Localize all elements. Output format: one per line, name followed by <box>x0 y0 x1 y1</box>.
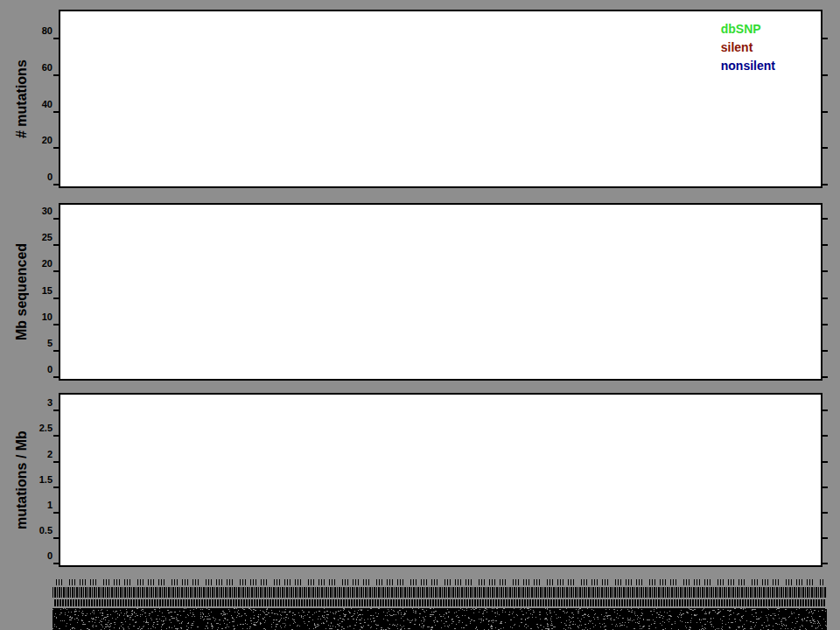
y-tick-mark <box>822 218 828 220</box>
legend: dbSNP silent nonsilent <box>721 22 775 73</box>
y-axis-label-mb-sequenced: Mb sequenced <box>12 203 32 381</box>
legend-item-nonsilent: nonsilent <box>721 59 775 74</box>
y-tick-mark <box>822 435 828 437</box>
y-axis-label-num-mutations: # mutations <box>12 10 32 188</box>
y-tick-mark <box>822 410 828 411</box>
y-tick-mark <box>53 111 59 113</box>
y-tick-mark <box>53 435 59 437</box>
panel-num-mutations: dbSNP silent nonsilent 020406080 <box>59 10 822 188</box>
y-tick-mark <box>53 461 59 463</box>
y-tick-mark <box>822 563 828 564</box>
y-tick-mark <box>822 111 828 113</box>
y-tick-mark <box>53 147 59 149</box>
x-axis-label-row-2 <box>54 599 825 606</box>
mutation-count-bars <box>60 11 821 186</box>
panel-mutations-per-mb: 00.511.522.53 <box>59 393 822 567</box>
y-tick-mark <box>822 537 828 539</box>
y-tick-mark <box>53 563 59 564</box>
y-axis-label-mutations-per-mb: mutations / Mb <box>12 393 32 567</box>
x-axis-tick-marks <box>56 579 823 585</box>
y-tick-mark <box>822 376 828 378</box>
y-tick-mark <box>53 218 59 220</box>
mb-sequenced-bars <box>60 205 821 379</box>
mutation-rate-figure: dbSNP silent nonsilent 020406080 # mutat… <box>0 0 840 630</box>
y-tick-mark <box>53 486 59 488</box>
y-tick-mark <box>822 486 828 488</box>
x-axis-label-row-1 <box>52 587 827 598</box>
y-tick-mark <box>53 537 59 539</box>
y-tick-mark <box>53 270 59 272</box>
legend-item-silent: silent <box>721 40 775 55</box>
y-tick-mark <box>53 350 59 352</box>
x-axis-sample-labels <box>52 577 827 630</box>
y-tick-mark <box>53 184 59 186</box>
y-tick-mark <box>822 350 828 352</box>
y-tick-mark <box>822 512 828 514</box>
legend-item-dbsnp: dbSNP <box>721 22 775 37</box>
y-tick-mark <box>53 298 59 299</box>
y-tick-mark <box>53 244 59 246</box>
y-tick-mark <box>53 376 59 378</box>
y-tick-mark <box>53 38 59 39</box>
y-tick-mark <box>53 74 59 76</box>
y-tick-mark <box>53 410 59 411</box>
panel-mb-sequenced: 051015202530 <box>59 203 822 381</box>
y-tick-mark <box>822 147 828 149</box>
y-tick-mark <box>822 74 828 76</box>
y-tick-mark <box>822 38 828 39</box>
y-tick-mark <box>53 324 59 326</box>
y-tick-mark <box>822 298 828 299</box>
y-tick-mark <box>822 244 828 246</box>
y-tick-mark <box>53 512 59 514</box>
y-tick-mark <box>822 324 828 326</box>
y-tick-mark <box>822 184 828 186</box>
y-tick-mark <box>822 461 828 463</box>
x-axis-label-band-illegible <box>52 608 827 630</box>
y-tick-mark <box>822 270 828 272</box>
mutation-rate-bars <box>60 395 821 565</box>
